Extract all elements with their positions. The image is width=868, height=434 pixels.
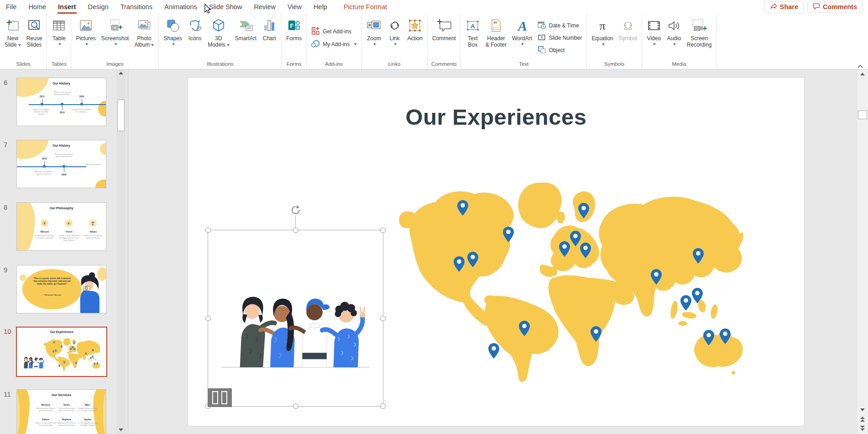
my-addins-button[interactable]: My Add-ins — [311, 39, 356, 49]
slide-thumbnail-7[interactable]: Our History 2018 2020 Neptune is the far… — [16, 140, 106, 188]
ribbon: New Slide Reuse Slides Slides Table Ta — [0, 14, 868, 69]
thumb7-text-left: Mercury is the closest planet to the Sun — [33, 170, 53, 175]
pause-overlay-button[interactable] — [208, 388, 232, 407]
collapse-ribbon-button[interactable] — [857, 62, 864, 68]
slide-canvas: Our Experiences — [128, 69, 857, 434]
rotation-handle[interactable] — [290, 205, 301, 217]
screen-recording-line1: Screen — [690, 35, 708, 42]
svg-text:π: π — [600, 19, 606, 32]
shapes-button[interactable]: Shapes — [161, 16, 185, 60]
thumb11-item4-name: Saturn — [35, 418, 56, 421]
group-label-links: Links — [362, 60, 427, 69]
video-button[interactable]: Video — [644, 16, 664, 60]
menu-tab-transitions[interactable]: Transitions — [115, 0, 158, 14]
timeline-dot — [61, 103, 63, 106]
share-button[interactable]: Share — [764, 1, 804, 13]
wordart-button[interactable]: A WordArt — [509, 16, 535, 60]
chevron-down-icon — [394, 43, 397, 45]
date-time-button[interactable]: Date & Time — [538, 21, 582, 31]
scroll-up-button[interactable] — [857, 70, 868, 78]
menu-tab-review[interactable]: Review — [248, 0, 282, 14]
slide-thumbnail-11[interactable]: Our Services Mercury Venus Mars Mercury … — [16, 389, 106, 434]
menu-tab-help[interactable]: Help — [308, 0, 333, 14]
text-box-button[interactable]: A Text Box — [463, 16, 483, 60]
screenshot-button[interactable]: Screenshot — [99, 16, 132, 60]
link-label: Link — [390, 35, 400, 42]
screenshot-icon — [107, 17, 123, 34]
chevron-down-icon — [227, 44, 230, 46]
slide-number-8: 8 — [0, 203, 16, 211]
slide-thumbnail-6[interactable]: Our History 2012 2014 2016 Venus is the … — [16, 78, 106, 126]
group-label-tables: Tables — [47, 60, 71, 69]
selection-handle-n[interactable] — [293, 228, 298, 233]
menu-tab-view[interactable]: View — [282, 0, 308, 14]
world-map-graphic[interactable] — [397, 169, 758, 384]
menu-tab-design[interactable]: Design — [82, 0, 115, 14]
table-button[interactable]: Table — [49, 16, 69, 60]
thumbnail-scroll-up-button[interactable] — [116, 69, 125, 77]
header-footer-button[interactable]: Header & Footer — [483, 16, 509, 60]
slide-thumbnail-9[interactable]: "This is a quote, words full of wisdom t… — [16, 265, 106, 313]
thumbnail-scrollbar[interactable] — [116, 69, 125, 434]
screen-recording-button[interactable]: Screen Recording — [684, 16, 715, 60]
forms-button[interactable]: F Forms — [283, 16, 304, 60]
selected-picture-bounding-box[interactable] — [208, 230, 383, 407]
comment-button[interactable]: Comment — [429, 16, 459, 60]
pictures-button[interactable]: Pictures — [73, 16, 98, 60]
slide-number-button[interactable]: # Slide Number — [538, 33, 582, 43]
zoom-button[interactable]: Zoom — [364, 16, 385, 60]
menu-tab-slideshow-label: Slide Show — [209, 3, 242, 11]
main-scrollbar[interactable] — [857, 69, 868, 434]
slide-thumbnail-8[interactable]: Our Philosophy Mission Vision Values Des… — [16, 202, 106, 251]
menu-tab-insert[interactable]: Insert — [52, 0, 82, 14]
selection-handle-ne[interactable] — [380, 228, 386, 233]
reuse-slides-button[interactable]: Reuse Slides — [24, 16, 45, 60]
double-chevron-down-icon — [860, 426, 865, 431]
selection-handle-e[interactable] — [380, 316, 386, 321]
action-button[interactable]: Action — [405, 16, 425, 60]
equation-button[interactable]: π Equation — [589, 16, 616, 60]
audio-icon — [667, 17, 681, 34]
mouse-cursor — [204, 4, 214, 16]
thumbnail-scrollbar-thumb[interactable] — [117, 100, 125, 131]
slide-number-9: 9 — [0, 266, 16, 274]
new-slide-button[interactable]: New Slide — [2, 16, 24, 60]
selection-handle-nw[interactable] — [205, 228, 211, 233]
menu-tab-file[interactable]: File — [0, 0, 22, 14]
svg-text:#: # — [540, 35, 543, 40]
comments-button[interactable]: Comments — [807, 1, 863, 13]
my-addins-label: My Add-ins — [323, 41, 350, 48]
menu-tab-animations-label: Animations — [164, 3, 197, 11]
thumbnail-scroll-down-button[interactable] — [116, 426, 125, 434]
main-scrollbar-thumb[interactable] — [858, 111, 867, 119]
icons-button[interactable]: Icons — [185, 16, 205, 60]
3d-models-icon — [211, 17, 226, 34]
svg-text:F: F — [290, 22, 294, 29]
object-button[interactable]: Object — [538, 46, 582, 55]
video-icon — [647, 17, 661, 34]
link-button[interactable]: Link — [385, 16, 405, 60]
photo-album-button[interactable]: Photo Album — [131, 16, 157, 60]
slide-editing-area[interactable]: Our Experiences — [188, 78, 804, 426]
next-slide-button[interactable] — [857, 424, 868, 432]
menu-tab-picture-format[interactable]: Picture Format — [338, 0, 393, 14]
menu-tab-home[interactable]: Home — [22, 0, 52, 14]
3d-models-button[interactable]: 3D Models — [205, 16, 232, 60]
selection-handle-w[interactable] — [205, 316, 211, 321]
selection-handle-se[interactable] — [380, 403, 386, 409]
chart-button[interactable]: Chart — [259, 16, 279, 60]
date-time-label: Date & Time — [549, 22, 579, 29]
selection-handle-s[interactable] — [293, 403, 298, 409]
slide-thumbnail-10[interactable]: Our Experiences — [16, 327, 107, 377]
screen-recording-line2: Recording — [687, 42, 712, 48]
thumb7-year1: 2018 — [38, 158, 50, 160]
audio-button[interactable]: Audio — [664, 16, 684, 60]
previous-slide-button[interactable] — [857, 415, 868, 423]
smartart-button[interactable]: SmartArt — [232, 16, 259, 60]
thumb11-item1-name: Mercury — [35, 403, 56, 406]
menu-tab-animations[interactable]: Animations — [158, 0, 203, 14]
get-addins-button[interactable]: Get Add-ins — [311, 26, 356, 37]
people-group-picture[interactable] — [218, 279, 372, 369]
scroll-down-button[interactable] — [857, 406, 868, 414]
slide-title[interactable]: Our Experiences — [188, 104, 804, 130]
